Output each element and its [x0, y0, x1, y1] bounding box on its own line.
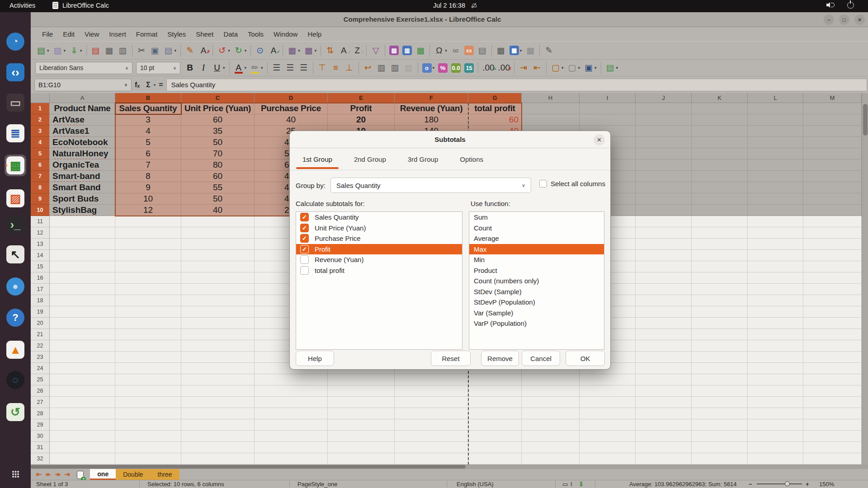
cell-L30[interactable]	[748, 431, 803, 442]
cell-K7[interactable]	[692, 171, 748, 182]
font-color-icon[interactable]: A▾	[232, 62, 248, 74]
checkbox-unchecked[interactable]	[300, 255, 309, 264]
row-header-9[interactable]: 9	[31, 193, 50, 205]
subtotal-column-option[interactable]: ✓Sales Quantity	[296, 212, 462, 223]
center-vertically-icon[interactable]: ≡	[330, 62, 342, 74]
cell-C2[interactable]: 60	[181, 114, 255, 126]
italic-icon[interactable]: I	[197, 62, 210, 74]
sheet-nav-next-button[interactable]: ↠	[55, 470, 61, 479]
column-header-B[interactable]: B	[115, 93, 181, 103]
cell-D27[interactable]	[255, 397, 328, 408]
split-window-icon[interactable]: ▦▾	[508, 45, 524, 56]
row-header-5[interactable]: 5	[31, 148, 50, 160]
cell-L21[interactable]	[748, 329, 803, 340]
subtotal-column-option[interactable]: total profit	[296, 265, 462, 276]
vertical-scrollbar-thumb[interactable]	[863, 104, 868, 136]
cell-C13[interactable]	[181, 239, 255, 250]
cell-B27[interactable]	[115, 397, 181, 408]
page-style-label[interactable]: PageStyle_one	[297, 481, 337, 488]
cell-K31[interactable]	[692, 442, 748, 453]
cell-M4[interactable]	[803, 137, 862, 148]
cell-C31[interactable]	[181, 442, 255, 453]
cell-L28[interactable]	[748, 408, 803, 419]
cell-M22[interactable]	[803, 340, 862, 352]
menu-sheet[interactable]: Sheet	[191, 28, 218, 40]
cell-A15[interactable]	[50, 261, 115, 272]
cell-K11[interactable]	[692, 216, 748, 227]
cell-F31[interactable]	[395, 442, 468, 453]
dialog-tab-3rd-group[interactable]: 3rd Group	[407, 150, 439, 169]
hyperlink-icon[interactable]: ∞	[449, 45, 462, 56]
clock-menu[interactable]: Jul 2 16:38	[433, 2, 476, 9]
cell-A11[interactable]	[50, 216, 115, 227]
zoom-slider[interactable]	[757, 483, 802, 484]
row-header-20[interactable]: 20	[31, 318, 50, 329]
cell-A10[interactable]: StylishBag	[50, 205, 115, 216]
function-option[interactable]: Count (numbers only)	[469, 276, 604, 286]
checkbox-unchecked[interactable]	[300, 266, 309, 275]
function-option[interactable]: StDev (Sample)	[469, 286, 604, 297]
redo-icon[interactable]: ↻▾	[232, 45, 248, 56]
cell-C16[interactable]	[181, 272, 255, 284]
add-sheet-button[interactable]	[77, 471, 84, 479]
checkbox-checked[interactable]: ✓	[300, 234, 309, 243]
cell-K12[interactable]	[692, 227, 748, 239]
cell-M26[interactable]	[803, 385, 862, 397]
grid-lines-icon[interactable]: ▦	[524, 45, 537, 56]
cell-J14[interactable]	[636, 250, 692, 261]
menu-view[interactable]: View	[80, 28, 104, 40]
cell-M28[interactable]	[803, 408, 862, 419]
column-header-E[interactable]: E	[328, 93, 395, 103]
cell-J22[interactable]	[636, 340, 692, 352]
cell-A24[interactable]	[50, 363, 115, 374]
cell-M20[interactable]	[803, 318, 862, 329]
row-header-21[interactable]: 21	[31, 329, 50, 340]
cell-B15[interactable]	[115, 261, 181, 272]
cell-I30[interactable]	[580, 431, 636, 442]
cell-B7[interactable]: 8	[115, 171, 181, 182]
cell-A21[interactable]	[50, 329, 115, 340]
checkbox-checked[interactable]: ✓	[300, 245, 309, 253]
unmerge-cells-icon[interactable]: ▥	[402, 62, 415, 74]
row-header-16[interactable]: 16	[31, 272, 50, 284]
table-columns-icon[interactable]: ▦▾	[302, 45, 318, 56]
subtotal-column-option[interactable]: ✓Profit	[296, 244, 462, 255]
row-header-10[interactable]: 10	[31, 205, 50, 216]
cell-J25[interactable]	[636, 374, 692, 385]
cell-B28[interactable]	[115, 408, 181, 419]
paste-icon[interactable]: ▤▾	[162, 45, 178, 56]
cell-K6[interactable]	[692, 160, 748, 171]
cell-L22[interactable]	[748, 340, 803, 352]
cell-A28[interactable]	[50, 408, 115, 419]
row-header-27[interactable]: 27	[31, 397, 50, 408]
cell-E29[interactable]	[328, 419, 395, 431]
dialog-tab-options[interactable]: Options	[459, 150, 484, 169]
cell-K27[interactable]	[692, 397, 748, 408]
cell-J13[interactable]	[636, 239, 692, 250]
cell-K9[interactable]	[692, 193, 748, 205]
subtotal-column-option[interactable]: ✓Purchase Price	[296, 233, 462, 244]
cell-J21[interactable]	[636, 329, 692, 340]
copy-icon[interactable]: ▣	[149, 45, 161, 56]
wrap-text-icon[interactable]: ↩	[362, 62, 374, 74]
cell-M2[interactable]	[803, 114, 862, 126]
menu-format[interactable]: Format	[131, 28, 163, 40]
cell-J5[interactable]	[636, 148, 692, 160]
cell-C5[interactable]: 70	[181, 148, 255, 160]
checkbox-checked[interactable]: ✓	[300, 224, 309, 232]
column-header-M[interactable]: M	[803, 93, 862, 103]
cell-J27[interactable]	[636, 397, 692, 408]
row-header-3[interactable]: 3	[31, 126, 50, 137]
cell-H2[interactable]	[522, 114, 580, 126]
row-header-22[interactable]: 22	[31, 340, 50, 352]
insert-mode-icon[interactable]: ▭ I	[562, 481, 573, 488]
cell-A4[interactable]: EcoNotebook	[50, 137, 115, 148]
cell-C23[interactable]	[181, 352, 255, 363]
cell-B19[interactable]	[115, 306, 181, 318]
cell-E32[interactable]	[328, 453, 395, 465]
row-header-13[interactable]: 13	[31, 239, 50, 250]
cell-G28[interactable]	[468, 408, 522, 419]
cell-J12[interactable]	[636, 227, 692, 239]
cell-K14[interactable]	[692, 250, 748, 261]
cell-H26[interactable]	[522, 385, 580, 397]
